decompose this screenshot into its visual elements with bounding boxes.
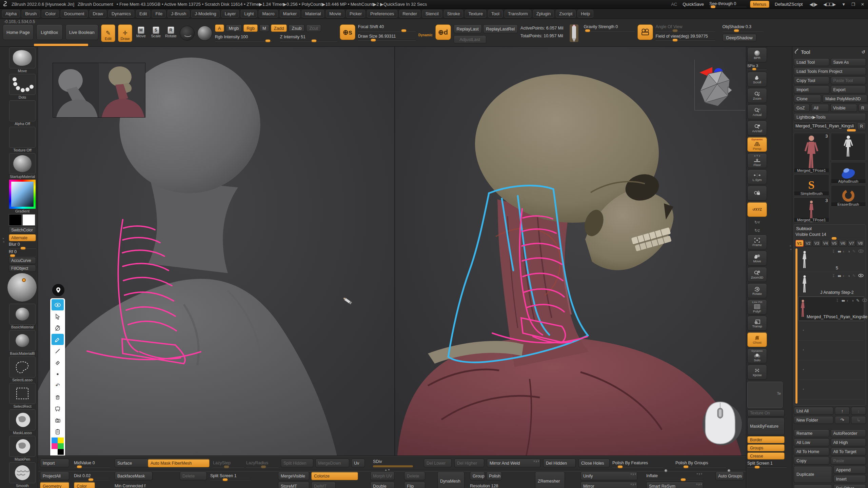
bs-backfacemask-button[interactable]: BackfaceMask (115, 472, 153, 480)
menu-movie[interactable]: Movie (326, 10, 344, 18)
subtool-item-2[interactable]: ↧ ●● ◐ ◑ ✎ Merged_TPose1_Ryan_Kingslie (798, 297, 864, 321)
tool-lightbox-tools-button[interactable]: Lightbox▶Tools (794, 113, 866, 121)
tray-item-selectlasso[interactable]: SelectLasso (9, 357, 36, 382)
bs-del-hidden-button[interactable]: Del Hidden (543, 459, 576, 467)
bs-inflate-slider[interactable]: x y zInflate (646, 472, 703, 480)
visibility-eye-icon[interactable] (858, 249, 864, 254)
menu-transform[interactable]: Transform (505, 10, 531, 18)
subtool-autoreorder-button[interactable]: AutoReorder (831, 429, 866, 437)
subtool-tab-v4[interactable]: V4 (822, 240, 830, 247)
stroke-pencil-icon[interactable] (566, 24, 581, 45)
tool-thumb-polymesh-figure[interactable] (831, 133, 866, 161)
strip-ghost-button[interactable]: Ghost (747, 332, 767, 347)
shelf-divider-handle[interactable]: ▲▼ (384, 468, 391, 471)
rgb-button[interactable]: Rgb (243, 24, 258, 32)
subtool-title[interactable]: Subtool (795, 226, 864, 232)
focal-shift-slider[interactable]: Focal Shift 40 (358, 24, 416, 31)
subtool-all-to-home-button[interactable]: All To Home (794, 448, 829, 455)
bs-auto-groups-button[interactable]: Auto Groups (715, 472, 744, 480)
split-screen-slider[interactable]: Split Screen 1 (747, 461, 787, 468)
subtool-all-to-target-button[interactable]: All To Target (831, 448, 866, 455)
a-button[interactable]: A (215, 24, 224, 32)
tool-load-tools-from-project-button[interactable]: Load Tools From Project (794, 67, 866, 75)
tool-visible-button[interactable]: Visible (830, 104, 857, 112)
tool-clone-button[interactable]: Clone (794, 95, 821, 103)
epicpen-eraser-button[interactable] (52, 357, 64, 368)
tool-all-button[interactable]: All (811, 104, 829, 112)
stroke-preview-icon[interactable] (180, 26, 195, 41)
bs-morph-uv-button[interactable]: Morph UV (370, 472, 395, 480)
menu-file[interactable]: File (152, 10, 166, 18)
mrgb-button[interactable]: Mrgb (226, 24, 242, 32)
bs-delmt-button[interactable]: DelMT (311, 482, 336, 488)
subtool-tab-v2[interactable]: V2 (804, 240, 812, 247)
alternate-button[interactable]: Alternate (9, 234, 36, 241)
del-other-button[interactable]: Del Other (833, 484, 866, 488)
menu-color[interactable]: Color (42, 10, 59, 18)
visible-count-slider[interactable]: Visible Count 14 (795, 232, 864, 239)
bs-color-button[interactable]: Color (74, 482, 95, 488)
reference-thumb-grey[interactable] (53, 63, 99, 117)
strip-transp-button[interactable]: Transp (747, 316, 767, 331)
replay-brush-icon[interactable]: ⊕d (435, 24, 451, 40)
bs-lazyradius-slider[interactable]: LazyRadius (246, 459, 279, 467)
bs-zremesher-button[interactable]: ZRemesher (535, 472, 565, 488)
draw-mode-button[interactable]: ✛ Draw (118, 24, 132, 42)
tool-thumb-eraserbrush[interactable]: EraserBrush (831, 185, 866, 207)
strip-l-sym-button[interactable]: L.Sym (747, 169, 767, 184)
strip-move-button[interactable]: Move (747, 251, 767, 266)
bs-dynamesh-button[interactable]: DynaMesh (437, 472, 465, 488)
menu-texture[interactable]: Texture (465, 10, 486, 18)
menu-picker[interactable]: Picker (346, 10, 365, 18)
halfcircle-icon[interactable]: ◐ (843, 273, 845, 278)
visibility-eye-icon[interactable] (858, 273, 864, 278)
epicpen-eye-button[interactable] (52, 299, 64, 310)
texture-on-button[interactable]: Texture On (747, 409, 785, 416)
palette-swatch[interactable] (58, 443, 64, 449)
menu-stroke[interactable]: Stroke (444, 10, 463, 18)
visibility-eye-icon[interactable] (862, 298, 867, 303)
subtool-tab-v8[interactable]: V8 (856, 240, 864, 247)
strip-zoom3d-button[interactable]: Zoom3D (747, 267, 767, 282)
groups-button[interactable]: Groups (747, 444, 785, 451)
strip-xyz-rotation-button[interactable]: ↺XYZ (747, 202, 767, 217)
crease-button[interactable]: Crease (747, 452, 785, 460)
epicpen-undo-button[interactable]: ↶ (52, 380, 64, 391)
edit-mode-button[interactable]: ✎ Edit (101, 24, 115, 42)
palette-swatch[interactable] (58, 438, 64, 443)
polypaint-brush-icon[interactable]: ✎ (856, 298, 860, 303)
tool-r-button[interactable]: R (859, 104, 868, 112)
tray-item-selectrect[interactable]: SelectRect (9, 383, 36, 408)
menu-macro[interactable]: Macro (259, 10, 278, 18)
bs-surface-button[interactable]: Surface (115, 459, 149, 467)
fill-object-button[interactable]: FillObject (9, 265, 36, 272)
goto-icon[interactable]: ↧ (832, 249, 835, 254)
epicpen-camera-button[interactable] (52, 414, 64, 426)
tool-save-as-button[interactable]: Save As (831, 58, 866, 66)
bs-del-lower-button[interactable]: Del Lower (424, 459, 452, 467)
strip-floor-button[interactable]: x Y zFloor (747, 153, 767, 168)
mask-by-feature-button[interactable]: MaskByFeature (747, 418, 785, 435)
menu-dynamics[interactable]: Dynamics (108, 10, 134, 18)
gravity-strength-slider[interactable]: Gravity Strength 0 (584, 24, 635, 31)
menu-material[interactable]: Material (302, 10, 324, 18)
tool-copy-tool-button[interactable]: Copy Tool (794, 77, 829, 84)
epicpen-dot-button[interactable] (52, 368, 64, 380)
palette-swatch[interactable] (58, 449, 64, 455)
tool-import-button[interactable]: Import (794, 86, 829, 94)
draw-size-slider[interactable]: Draw Size 36.93311 (358, 34, 416, 41)
tool-load-tool-button[interactable]: Load Tool (794, 58, 829, 66)
subtool-up-icon[interactable]: ↑ (835, 407, 850, 415)
subtool-copy-button[interactable]: Copy (794, 457, 829, 465)
bs-dist-0-02-slider[interactable]: Dist 0.02 (74, 472, 110, 480)
move-out-icon[interactable]: ↷ (835, 416, 850, 424)
blur-slider[interactable]: Blur 0 (9, 242, 36, 249)
bs-colorize-button[interactable]: Colorize (311, 472, 358, 480)
z-intensity-slider[interactable]: Z Intensity 51 (280, 35, 337, 41)
epicpen-line-button[interactable] (52, 345, 64, 357)
tray-item-move[interactable]: Move (9, 47, 36, 73)
tray-item-alpha-off[interactable]: Alpha Off (9, 100, 36, 126)
rotate-mode-button[interactable]: R Rotate (165, 26, 177, 38)
subtool-rename-button[interactable]: Rename (794, 429, 829, 437)
panel-resize-handle[interactable]: ▸◂ (790, 244, 791, 251)
